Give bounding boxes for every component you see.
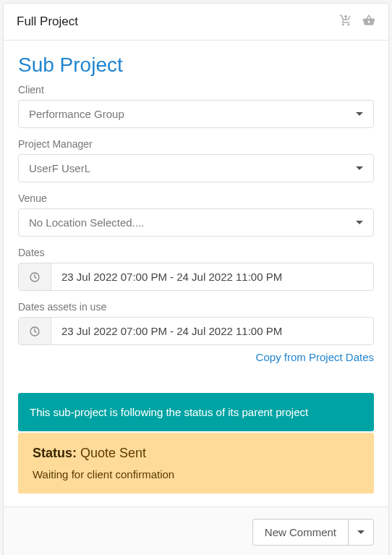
client-select[interactable]: Performance Group [18, 100, 374, 128]
dates-group: Dates 23 Jul 2022 07:00 PM - 24 Jul 2022… [18, 247, 374, 291]
new-comment-button[interactable]: New Comment [252, 519, 348, 546]
basket-icon[interactable] [362, 14, 375, 30]
pm-label: Project Manager [18, 138, 374, 150]
caret-down-icon [356, 221, 363, 224]
status-value: Quote Sent [80, 446, 146, 460]
dates-assets-input[interactable]: 23 Jul 2022 07:00 PM - 24 Jul 2022 11:00… [18, 317, 374, 345]
venue-group: Venue No Location Selected.... [18, 192, 374, 237]
dates-value: 23 Jul 2022 07:00 PM - 24 Jul 2022 11:00… [51, 263, 373, 290]
client-value: Performance Group [29, 108, 124, 120]
clock-addon [19, 263, 51, 290]
dates-label: Dates [18, 247, 374, 258]
clock-icon [29, 326, 41, 337]
client-label: Client [18, 84, 374, 96]
pm-group: Project Manager UserF UserL [18, 138, 374, 182]
copy-dates-wrapper: Copy from Project Dates [18, 351, 374, 364]
header-actions [339, 14, 375, 30]
status-line: Status: Quote Sent [33, 446, 359, 461]
pm-value: UserF UserL [29, 162, 90, 174]
project-card: Full Project Sub Project Client Performa… [3, 3, 389, 555]
status-description: Waiting for client confirmation [33, 468, 359, 480]
clock-icon [29, 271, 41, 283]
new-comment-dropdown-button[interactable] [348, 519, 374, 546]
dates-assets-value: 23 Jul 2022 07:00 PM - 24 Jul 2022 11:00… [51, 318, 373, 344]
card-footer: New Comment [4, 507, 388, 555]
pm-select[interactable]: UserF UserL [18, 154, 374, 182]
card-body: Sub Project Client Performance Group Pro… [4, 41, 388, 507]
dates-input[interactable]: 23 Jul 2022 07:00 PM - 24 Jul 2022 11:00… [18, 263, 374, 291]
venue-select[interactable]: No Location Selected.... [18, 208, 374, 237]
dates-assets-group: Dates assets in use 23 Jul 2022 07:00 PM… [18, 301, 374, 364]
caret-down-icon [356, 166, 363, 170]
comment-button-group: New Comment [252, 519, 374, 546]
venue-label: Venue [18, 192, 374, 204]
subproject-title: Sub Project [18, 54, 374, 77]
caret-down-icon [357, 530, 365, 534]
card-title: Full Project [17, 14, 78, 29]
dates-assets-label: Dates assets in use [18, 301, 374, 313]
card-header: Full Project [4, 4, 388, 41]
status-label: Status: [33, 446, 77, 460]
cart-add-icon[interactable] [339, 14, 352, 30]
following-status-alert: This sub-project is following the status… [18, 393, 374, 431]
caret-down-icon [356, 112, 363, 116]
copy-dates-link[interactable]: Copy from Project Dates [256, 351, 374, 363]
clock-addon [19, 318, 51, 344]
status-alert: Status: Quote Sent Waiting for client co… [18, 433, 374, 493]
venue-value: No Location Selected.... [29, 216, 144, 229]
client-group: Client Performance Group [18, 84, 374, 128]
